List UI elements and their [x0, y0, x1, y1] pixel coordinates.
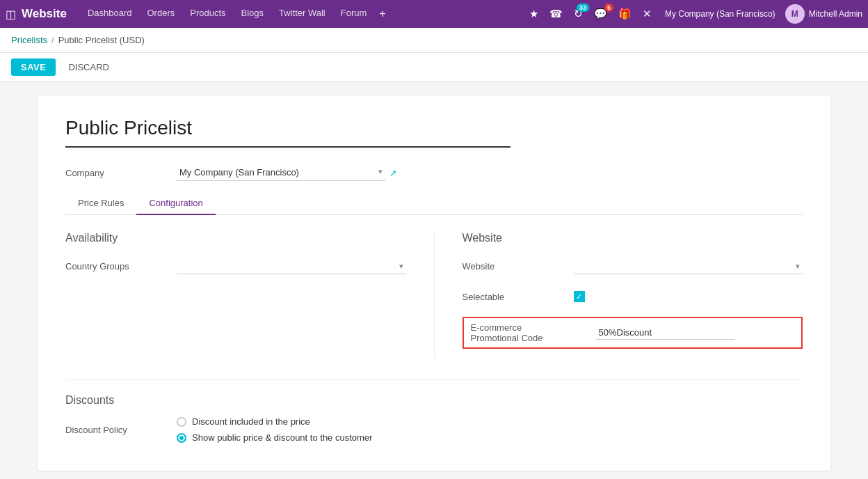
tabs-bar: Price Rules Configuration: [65, 192, 803, 215]
company-select-wrapper: My Company (San Francisco): [177, 164, 385, 181]
breadcrumb: Pricelists / Public Pricelist (USD): [0, 28, 868, 53]
brand-name[interactable]: Website: [22, 7, 67, 21]
website-select[interactable]: [574, 258, 803, 274]
external-link-icon[interactable]: ➚: [389, 168, 397, 178]
website-field-row: Website: [463, 256, 803, 276]
company-field: My Company (San Francisco) ➚: [177, 164, 397, 181]
form-card: Public Pricelist Company My Company (San…: [38, 96, 830, 471]
user-menu[interactable]: M Mitchell Admin: [785, 4, 862, 24]
config-columns: Availability Country Groups Website Webs…: [65, 232, 803, 359]
promotional-code-label: Promotional Code: [471, 333, 543, 343]
selectable-row: Selectable: [463, 286, 803, 307]
nav-link-dashboard[interactable]: Dashboard: [81, 5, 139, 23]
nav-link-twitter-wall[interactable]: Twitter Wall: [272, 5, 332, 23]
website-select-wrapper: [574, 258, 803, 274]
phone-icon[interactable]: ☎: [546, 6, 566, 22]
country-groups-row: Country Groups: [65, 256, 406, 276]
company-label: Company: [65, 168, 177, 178]
nav-link-products[interactable]: Products: [183, 5, 232, 23]
nav-link-blogs[interactable]: Blogs: [234, 5, 271, 23]
discounts-title: Discounts: [65, 379, 803, 407]
breadcrumb-parent[interactable]: Pricelists: [11, 35, 47, 45]
clock-badge: 33: [577, 3, 589, 12]
discount-policy-label: Discount Policy: [65, 425, 177, 435]
discount-option-included[interactable]: Discount included in the price: [177, 416, 372, 427]
add-menu-button[interactable]: +: [375, 5, 389, 23]
action-bar: SAVE DISCARD: [0, 53, 868, 82]
bugs-icon[interactable]: ★: [526, 6, 542, 22]
selectable-label: Selectable: [463, 292, 574, 302]
user-name: Mitchell Admin: [809, 9, 862, 19]
country-groups-select-wrapper: [177, 258, 406, 274]
chat-badge: 5: [604, 3, 613, 12]
nav-link-orders[interactable]: Orders: [140, 5, 182, 23]
nav-links: Dashboard Orders Products Blogs Twitter …: [81, 5, 523, 23]
website-title: Website: [463, 232, 803, 244]
company-select[interactable]: My Company (San Francisco): [177, 164, 385, 181]
chat-icon[interactable]: 💬 5: [590, 6, 611, 22]
top-navigation: ◫ Website Dashboard Orders Products Blog…: [0, 0, 868, 28]
promo-code-row: E-commerce Promotional Code: [463, 317, 803, 349]
nav-icon-group: ★ ☎ ↻ 33 💬 5 🎁 ✕ My Company (San Francis…: [526, 4, 862, 24]
breadcrumb-current: Public Pricelist (USD): [58, 35, 145, 45]
apps-icon[interactable]: ◫: [6, 8, 16, 21]
availability-title: Availability: [65, 232, 406, 244]
breadcrumb-separator: /: [51, 35, 54, 45]
availability-section: Availability Country Groups: [65, 232, 434, 359]
company-selector[interactable]: My Company (San Francisco): [659, 6, 781, 22]
country-groups-label: Country Groups: [65, 261, 177, 272]
main-content: Public Pricelist Company My Company (San…: [0, 82, 868, 479]
form-title: Public Pricelist: [65, 117, 511, 148]
gift-icon[interactable]: 🎁: [615, 6, 635, 22]
ecommerce-promo-label: E-commerce Promotional Code: [471, 322, 596, 343]
country-groups-select[interactable]: [177, 258, 406, 274]
discard-button[interactable]: DISCARD: [61, 58, 116, 76]
radio-included-circle: [177, 417, 186, 427]
discount-option-show-public[interactable]: Show public price & discount to the cust…: [177, 432, 372, 443]
selectable-checkbox[interactable]: [574, 291, 585, 302]
discount-option-show-public-label: Show public price & discount to the cust…: [192, 432, 372, 443]
tab-price-rules[interactable]: Price Rules: [65, 192, 136, 215]
website-label: Website: [463, 261, 574, 272]
discount-policy-row: Discount Policy Discount included in the…: [65, 416, 803, 443]
discount-option-included-label: Discount included in the price: [192, 416, 310, 427]
discounts-section: Discounts Discount Policy Discount inclu…: [65, 379, 803, 443]
company-row: Company My Company (San Francisco) ➚: [65, 164, 803, 181]
tab-configuration[interactable]: Configuration: [136, 192, 215, 215]
save-button[interactable]: SAVE: [11, 58, 56, 76]
discount-policy-options: Discount included in the price Show publ…: [177, 416, 372, 443]
nav-link-forum[interactable]: Forum: [334, 5, 374, 23]
website-section: Website Website Selectable: [434, 232, 803, 359]
ecommerce-label: E-commerce: [471, 322, 522, 333]
clock-icon[interactable]: ↻ 33: [570, 6, 586, 22]
close-icon[interactable]: ✕: [639, 6, 655, 22]
promo-code-input[interactable]: [596, 326, 735, 340]
avatar: M: [785, 4, 805, 24]
radio-show-public-circle: [177, 433, 186, 443]
